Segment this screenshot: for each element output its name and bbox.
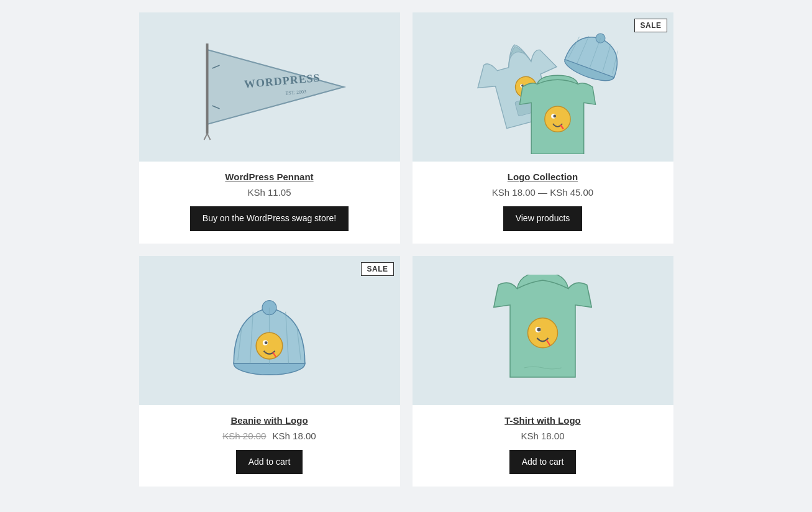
product-info-wordpress-pennant: WordPress Pennant KSh 11.05 Buy on the W… xyxy=(139,162,400,244)
product-card-wordpress-pennant: WORDPRESS EST. 2003 WordPress Pennant KS… xyxy=(139,12,400,244)
product-info-beanie-with-logo: Beanie with Logo KSh 20.00 KSh 18.00 Add… xyxy=(139,405,400,487)
product-image-beanie-with-logo: SALE xyxy=(139,256,400,405)
product-title: WordPress Pennant xyxy=(225,171,313,182)
tshirt-illustration xyxy=(458,275,627,386)
add-to-cart-beanie-button[interactable]: Add to cart xyxy=(236,450,303,475)
svg-point-31 xyxy=(265,341,268,344)
product-title: Beanie with Logo xyxy=(230,415,308,426)
product-card-tshirt-with-logo: T-Shirt with Logo KSh 18.00 Add to cart xyxy=(413,256,673,487)
buy-on-swag-store-button[interactable]: Buy on the WordPress swag store! xyxy=(190,206,349,231)
svg-line-7 xyxy=(208,134,211,140)
products-grid: WORDPRESS EST. 2003 WordPress Pennant KS… xyxy=(139,12,673,487)
svg-point-21 xyxy=(553,115,556,118)
product-image-logo-collection: SALE xyxy=(413,12,673,162)
product-info-logo-collection: Logo Collection KSh 18.00 — KSh 45.00 Vi… xyxy=(413,162,673,244)
sale-badge: SALE xyxy=(634,19,667,32)
product-price: KSh 18.00 xyxy=(521,431,564,441)
svg-point-19 xyxy=(544,106,570,132)
product-title: Logo Collection xyxy=(508,171,578,182)
original-price: KSh 20.00 xyxy=(222,431,266,441)
svg-line-6 xyxy=(204,134,208,140)
add-to-cart-tshirt-button[interactable]: Add to cart xyxy=(509,450,577,475)
product-title: T-Shirt with Logo xyxy=(504,415,580,426)
product-image-wordpress-pennant: WORDPRESS EST. 2003 xyxy=(139,12,400,162)
product-price: KSh 18.00 — KSh 45.00 xyxy=(492,187,593,198)
product-image-tshirt-with-logo xyxy=(413,256,673,405)
view-products-button[interactable]: View products xyxy=(503,206,583,231)
beanie-illustration xyxy=(185,275,354,386)
sale-badge: SALE xyxy=(361,262,393,276)
svg-point-32 xyxy=(528,318,558,347)
page-wrapper: WORDPRESS EST. 2003 WordPress Pennant KS… xyxy=(127,0,686,512)
svg-point-29 xyxy=(256,332,283,359)
product-card-logo-collection: SALE xyxy=(413,12,673,244)
product-card-beanie-with-logo: SALE xyxy=(139,256,400,487)
svg-point-34 xyxy=(537,327,541,331)
logo-collection-illustration xyxy=(426,20,660,154)
pennant-illustration: WORDPRESS EST. 2003 xyxy=(171,31,367,143)
product-info-tshirt-with-logo: T-Shirt with Logo KSh 18.00 Add to cart xyxy=(413,405,673,487)
product-price: KSh 11.05 xyxy=(247,187,291,198)
sale-price: KSh 18.00 xyxy=(273,431,316,441)
product-price: KSh 20.00 KSh 18.00 xyxy=(222,431,316,441)
